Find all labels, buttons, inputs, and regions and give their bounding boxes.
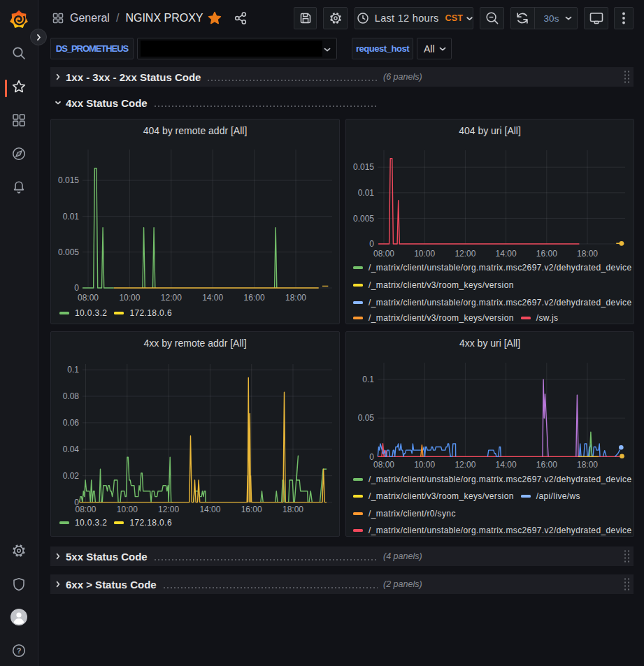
svg-text:0: 0 (369, 239, 374, 249)
svg-text:16:00: 16:00 (241, 505, 262, 514)
svg-text:0.01: 0.01 (63, 212, 80, 222)
svg-text:12:00: 12:00 (161, 293, 182, 303)
svg-text:?: ? (17, 646, 22, 655)
svg-text:16:00: 16:00 (536, 249, 557, 259)
svg-text:18:00: 18:00 (577, 460, 598, 470)
svg-text:0.05: 0.05 (358, 413, 375, 423)
svg-text:08:00: 08:00 (373, 249, 394, 259)
svg-text:0.015: 0.015 (58, 175, 79, 185)
svg-text:12:00: 12:00 (455, 249, 475, 259)
svg-text:14:00: 14:00 (496, 249, 517, 259)
svg-text:08:00: 08:00 (75, 505, 96, 514)
svg-text:0: 0 (74, 283, 79, 293)
svg-text:10:00: 10:00 (117, 505, 138, 514)
svg-text:0.06: 0.06 (63, 418, 80, 428)
svg-text:0.04: 0.04 (63, 444, 80, 454)
svg-text:0.015: 0.015 (353, 162, 374, 172)
svg-text:08:00: 08:00 (78, 293, 99, 303)
svg-text:14:00: 14:00 (202, 293, 223, 303)
svg-text:0.1: 0.1 (362, 375, 374, 384)
svg-text:0.01: 0.01 (358, 188, 375, 198)
svg-text:16:00: 16:00 (536, 460, 557, 470)
svg-text:0.08: 0.08 (63, 391, 80, 401)
svg-text:14:00: 14:00 (199, 505, 220, 514)
svg-text:16:00: 16:00 (244, 293, 265, 303)
svg-text:0.02: 0.02 (63, 471, 80, 481)
svg-text:10:00: 10:00 (414, 460, 435, 470)
svg-text:12:00: 12:00 (455, 460, 475, 470)
svg-text:08:00: 08:00 (373, 460, 394, 470)
svg-text:0.005: 0.005 (353, 214, 374, 224)
svg-text:0.005: 0.005 (58, 247, 79, 257)
svg-text:18:00: 18:00 (285, 293, 306, 303)
svg-text:10:00: 10:00 (414, 249, 435, 259)
svg-text:12:00: 12:00 (158, 505, 179, 514)
svg-text:18:00: 18:00 (282, 505, 303, 514)
svg-text:18:00: 18:00 (577, 249, 598, 259)
svg-text:10:00: 10:00 (119, 293, 140, 303)
svg-text:0.1: 0.1 (67, 365, 79, 375)
svg-text:14:00: 14:00 (496, 460, 517, 470)
